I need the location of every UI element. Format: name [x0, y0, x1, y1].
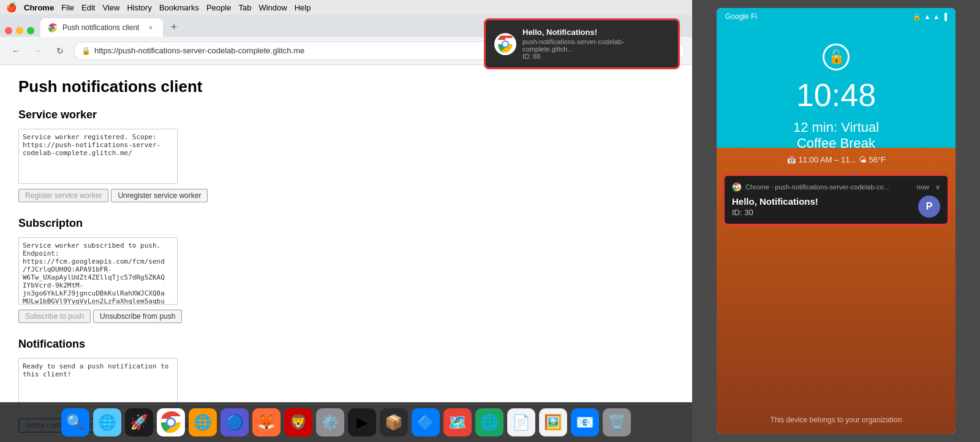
android-phone: Google Fi 🔒 ▲ ▲ ▐ 🔓 10:48 12 min: Virtua…: [717, 8, 956, 434]
tab-close-button[interactable]: ×: [146, 23, 156, 32]
security-icon: 🔒: [913, 13, 921, 21]
maximize-window-btn[interactable]: [27, 27, 34, 34]
subscribe-push-button[interactable]: Subscribe to push: [18, 310, 91, 323]
lock-area: 🔓: [717, 25, 956, 70]
status-icons: 🔒 ▲ ▲ ▐: [913, 13, 947, 21]
forward-button[interactable]: →: [29, 42, 47, 59]
phone-home: 🔓 10:48 12 min: Virtual Coffee Break 📅 1…: [717, 25, 956, 434]
menu-chrome[interactable]: Chrome: [24, 3, 54, 12]
dock-mail[interactable]: 📧: [571, 408, 599, 436]
dock-maps[interactable]: 🗺️: [443, 408, 472, 436]
tab-favicon: [48, 23, 58, 32]
menu-view[interactable]: View: [102, 3, 119, 12]
dock-settings[interactable]: ⚙️: [316, 408, 344, 436]
subscription-textarea[interactable]: Service worker subscribed to push. Endpo…: [18, 237, 178, 305]
svg-point-3: [503, 42, 508, 47]
menu-people[interactable]: People: [206, 3, 231, 12]
menu-file[interactable]: File: [61, 3, 74, 12]
carrier-name: Google Fi: [725, 12, 757, 21]
page-content: Push notifications client Service worker…: [0, 65, 692, 442]
browser-viewport: Push notifications client Service worker…: [0, 65, 692, 442]
notification-chrome-icon: [494, 33, 516, 55]
android-notif-avatar: P: [918, 196, 940, 218]
dock-icon5[interactable]: 🌐: [475, 408, 503, 436]
dock-brave[interactable]: 🦁: [284, 408, 312, 436]
notification-url: push-notifications-server-codelab-comple…: [522, 38, 669, 53]
svg-point-1: [51, 26, 55, 29]
service-worker-buttons: Register service worker Unregister servi…: [18, 189, 674, 202]
notification-title: Hello, Notifications!: [522, 28, 669, 37]
dock-chrome[interactable]: [157, 408, 185, 436]
phone-time: 10:48: [717, 79, 956, 111]
menu-edit[interactable]: Edit: [81, 3, 95, 12]
phone-statusbar: Google Fi 🔒 ▲ ▲ ▐: [717, 8, 956, 25]
back-button[interactable]: ←: [7, 42, 24, 59]
event-line1: 12 min: Virtual: [717, 120, 956, 135]
dock-firefox[interactable]: 🦊: [252, 408, 281, 436]
subscription-heading: Subscripton: [18, 217, 674, 230]
minimize-window-btn[interactable]: [16, 27, 23, 34]
android-notif-app-icon: [732, 182, 742, 192]
dock-icon3[interactable]: 🔵: [221, 408, 249, 436]
menu-window[interactable]: Window: [258, 3, 287, 12]
close-window-btn[interactable]: [5, 27, 12, 34]
notification-content: Hello, Notifications! push-notifications…: [522, 28, 669, 60]
phone-section: Google Fi 🔒 ▲ ▲ ▐ 🔓 10:48 12 min: Virtua…: [692, 0, 980, 442]
android-notif-body: ID: 30: [732, 208, 818, 217]
lock-symbol: 🔓: [823, 44, 850, 70]
dock-notes[interactable]: 📄: [507, 408, 535, 436]
android-notif-time: now: [917, 183, 929, 191]
dock-vscode[interactable]: 🔷: [412, 408, 440, 436]
org-text: This device belongs to your organization: [717, 416, 956, 424]
dock-photos[interactable]: 🖼️: [539, 408, 567, 436]
dock-finder[interactable]: 🔍: [61, 408, 89, 436]
url-text: https://push-notifications-server-codela…: [94, 46, 304, 55]
android-notif-body-row: Hello, Notifications! ID: 30 P: [732, 196, 940, 218]
apple-menu[interactable]: 🍎: [6, 2, 17, 12]
menu-history[interactable]: History: [127, 3, 151, 12]
svg-point-6: [168, 419, 175, 426]
event-line2: Coffee Break: [717, 135, 956, 151]
browser-section: 🍎 Chrome File Edit View History Bookmark…: [0, 0, 692, 442]
mac-dock: 🔍 🌐 🚀 🌐 🔵 🦊 🦁 ⚙️ ▶ 📦 🔷 🗺️ 🌐 📄 🖼️ 📧 🗑️: [0, 402, 692, 442]
phone-event: 12 min: Virtual Coffee Break 📅 11:00 AM …: [717, 120, 956, 164]
lock-icon: 🔒: [81, 47, 91, 55]
menu-help[interactable]: Help: [295, 3, 311, 12]
notifications-heading: Notifications: [18, 338, 674, 351]
dock-icon4[interactable]: 📦: [380, 408, 408, 436]
register-service-worker-button[interactable]: Register service worker: [18, 189, 108, 202]
dock-launchpad[interactable]: 🚀: [125, 408, 153, 436]
dock-icon2[interactable]: 🌐: [189, 408, 217, 436]
service-worker-section: Service worker Service worker registered…: [18, 109, 674, 202]
android-notif-header: Chrome · push-notifications-server-codel…: [732, 182, 940, 192]
service-worker-textarea[interactable]: Service worker registered. Scope: https:…: [18, 129, 178, 184]
desktop-notification: Hello, Notifications! push-notifications…: [484, 18, 680, 69]
subscription-buttons: Subscribe to push Unsubscribe from push: [18, 310, 674, 323]
dock-siri[interactable]: 🌐: [93, 408, 121, 436]
unregister-service-worker-button[interactable]: Unregister service worker: [111, 189, 208, 202]
android-notif-text: Hello, Notifications! ID: 30: [732, 196, 818, 217]
android-notif-title: Hello, Notifications!: [732, 196, 818, 207]
menu-tab[interactable]: Tab: [238, 3, 251, 12]
event-detail: 📅 11:00 AM – 11... 🌤 56°F: [717, 155, 956, 164]
mac-menu-items: Chrome File Edit View History Bookmarks …: [24, 3, 311, 12]
notification-id: ID: 88: [522, 53, 669, 60]
battery-icon: ▐: [942, 13, 947, 20]
tab-title: Push notifications client: [62, 23, 141, 32]
android-notif-app-name: Chrome · push-notifications-server-codel…: [745, 183, 913, 191]
signal-icon: ▲: [933, 13, 940, 20]
dock-trash[interactable]: 🗑️: [603, 408, 631, 436]
unsubscribe-push-button[interactable]: Unsubscribe from push: [93, 310, 182, 323]
wifi-icon: ▲: [924, 13, 930, 20]
menu-bookmarks[interactable]: Bookmarks: [159, 3, 199, 12]
android-notif-expand-icon[interactable]: ∨: [935, 183, 940, 191]
refresh-button[interactable]: ↻: [51, 42, 69, 59]
subscription-section: Subscripton Service worker subscribed to…: [18, 217, 674, 323]
dock-terminal[interactable]: ▶: [348, 408, 376, 436]
chrome-tab[interactable]: Push notifications client ×: [40, 18, 163, 37]
new-tab-button[interactable]: +: [165, 18, 183, 36]
android-notification-card[interactable]: Chrome · push-notifications-server-codel…: [723, 174, 949, 226]
page-title: Push notifications client: [18, 77, 674, 96]
svg-point-9: [736, 186, 738, 188]
service-worker-heading: Service worker: [18, 109, 674, 121]
